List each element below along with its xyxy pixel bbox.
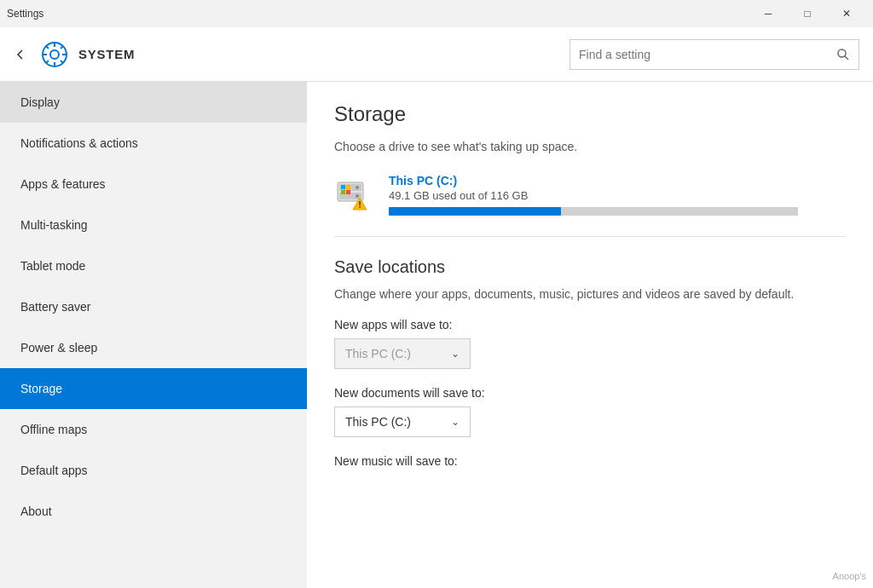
titlebar: Settings ─ □ ✕ bbox=[0, 0, 873, 27]
sidebar-item-default-apps[interactable]: Default apps bbox=[0, 450, 307, 491]
back-button[interactable] bbox=[14, 48, 27, 61]
search-input[interactable] bbox=[570, 48, 828, 61]
titlebar-title: Settings bbox=[7, 8, 43, 20]
svg-rect-17 bbox=[341, 185, 345, 189]
svg-line-9 bbox=[46, 61, 49, 64]
storage-title: Storage bbox=[334, 102, 846, 126]
storage-progress-fill bbox=[389, 207, 561, 216]
sidebar: Display Notifications & actions Apps & f… bbox=[0, 82, 307, 588]
dropdown-arrow-docs: ⌄ bbox=[451, 416, 460, 428]
sidebar-item-about[interactable]: About bbox=[0, 491, 307, 532]
save-documents-label: New documents will save to: bbox=[334, 386, 846, 400]
sidebar-item-battery-saver[interactable]: Battery saver bbox=[0, 286, 307, 327]
sidebar-item-storage[interactable]: Storage bbox=[0, 368, 307, 409]
drive-row: ! This PC (C:) 49.1 GB used out of 116 G… bbox=[334, 174, 846, 216]
sidebar-item-tablet-mode[interactable]: Tablet mode bbox=[0, 245, 307, 286]
drive-space: 49.1 GB used out of 116 GB bbox=[389, 189, 846, 202]
svg-rect-20 bbox=[346, 190, 350, 194]
section-divider bbox=[334, 236, 846, 237]
svg-line-7 bbox=[61, 61, 64, 64]
storage-description: Choose a drive to see what's taking up s… bbox=[334, 140, 846, 153]
search-icon bbox=[836, 48, 850, 61]
save-locations-title: Save locations bbox=[334, 257, 846, 277]
watermark: Anoop's bbox=[833, 571, 866, 581]
sidebar-item-power-sleep[interactable]: Power & sleep bbox=[0, 327, 307, 368]
sidebar-item-apps-features[interactable]: Apps & features bbox=[0, 164, 307, 205]
sidebar-item-offline-maps[interactable]: Offline maps bbox=[0, 409, 307, 450]
storage-progress-bar bbox=[389, 207, 798, 216]
titlebar-left: Settings bbox=[7, 8, 43, 20]
close-button[interactable]: ✕ bbox=[827, 0, 866, 27]
dropdown-arrow-apps: ⌄ bbox=[451, 348, 460, 360]
main-content: Storage Choose a drive to see what's tak… bbox=[307, 82, 873, 588]
svg-rect-19 bbox=[341, 190, 345, 194]
drive-name[interactable]: This PC (C:) bbox=[389, 174, 846, 187]
save-music-label: New music will save to: bbox=[334, 454, 846, 468]
save-documents-dropdown[interactable]: This PC (C:) ⌄ bbox=[334, 406, 471, 437]
body: Display Notifications & actions Apps & f… bbox=[0, 82, 873, 588]
svg-text:!: ! bbox=[358, 199, 361, 210]
back-icon bbox=[14, 48, 27, 61]
svg-point-1 bbox=[50, 50, 59, 59]
svg-line-6 bbox=[46, 45, 49, 49]
header-title: SYSTEM bbox=[78, 47, 569, 61]
sidebar-item-notifications[interactable]: Notifications & actions bbox=[0, 123, 307, 164]
svg-point-10 bbox=[838, 49, 846, 57]
svg-line-8 bbox=[61, 45, 64, 49]
save-apps-dropdown: This PC (C:) ⌄ bbox=[334, 338, 471, 369]
save-music-row: New music will save to: bbox=[334, 454, 846, 468]
sidebar-item-multitasking[interactable]: Multi-tasking bbox=[0, 205, 307, 245]
maximize-button[interactable]: □ bbox=[788, 0, 827, 27]
drive-info: This PC (C:) 49.1 GB used out of 116 GB bbox=[389, 174, 846, 216]
svg-point-16 bbox=[356, 194, 359, 198]
svg-line-11 bbox=[845, 56, 848, 60]
app-container: SYSTEM Display Notifications & actions A… bbox=[0, 27, 873, 588]
search-button[interactable] bbox=[828, 39, 859, 70]
sidebar-item-display[interactable]: Display bbox=[0, 82, 307, 123]
svg-rect-18 bbox=[346, 185, 350, 189]
svg-point-15 bbox=[356, 186, 359, 189]
minimize-button[interactable]: ─ bbox=[749, 0, 788, 27]
drive-icon: ! bbox=[334, 174, 375, 215]
search-box bbox=[569, 39, 859, 70]
save-apps-label: New apps will save to: bbox=[334, 318, 846, 331]
save-apps-row: New apps will save to: This PC (C:) ⌄ bbox=[334, 318, 846, 369]
titlebar-controls: ─ □ ✕ bbox=[749, 0, 866, 27]
save-locations-description: Change where your apps, documents, music… bbox=[334, 287, 846, 301]
save-documents-row: New documents will save to: This PC (C:)… bbox=[334, 386, 846, 437]
system-icon bbox=[41, 41, 68, 68]
header: SYSTEM bbox=[0, 27, 873, 82]
